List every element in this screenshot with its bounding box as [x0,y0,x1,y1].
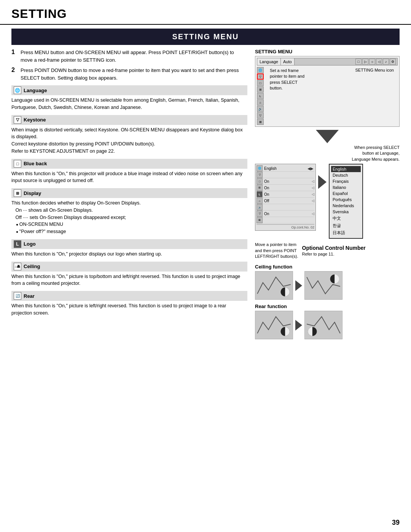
menu-icon-4: ◁ [376,59,382,65]
smr-label-8: On [263,212,311,216]
ceiling-function-images [255,271,400,300]
feature-blue-back-text: When this function is "On," this project… [11,170,247,185]
icon-row-3: □ [257,80,264,86]
keystone-icon: ▽ [14,116,21,124]
smr-row-4: ⊞ On ◁ [256,185,314,191]
bottom-annotation-row: Move a pointer to itemand then press POI… [255,242,400,259]
menu-icon-1: □ [355,59,362,65]
feature-blue-back: □ Blue back When this function is "On," … [11,159,247,185]
feature-keystone: ▽ Keystone When image is distorted verti… [11,115,247,155]
step-1-text: Press MENU button and ON-SCREEN MENU wil… [21,49,247,64]
smr-label-6: Off [263,199,311,203]
feature-keystone-label: Keystone [24,117,46,123]
menu-icon-6: ⚙ [390,59,396,65]
lang-english: English [331,166,361,172]
feature-ceiling: ⌂🖶 Ceiling When this function is "On," p… [11,262,247,288]
lang-portugues: Português [331,197,361,203]
smr-label-3: On [263,179,311,184]
callout-text-2: SETTING Menu icon [355,68,394,72]
lang-nederlands: Nederlands [331,203,361,209]
feature-display-header: ⊞ Display [11,188,247,198]
smr-arrow-8: ◁ [312,212,314,216]
step-2: 2 Press POINT DOWN button to move a red-… [11,67,247,81]
smr-icon-8: ▽ [256,211,263,217]
smr-english-value: ◀▶ [307,166,314,171]
language-menu-row: 🌐 English ◀▶ ▽ □ On ◁ ⊞ On ◁ [255,164,400,239]
arrow-down-container [255,130,400,143]
blue-back-icon: □ [14,160,21,168]
ceiling-function-title: Ceiling function [255,264,400,270]
ceiling-function-section: Ceiling function [255,264,400,300]
smr-label-5: On [263,192,311,197]
rear-function-section: Rear function [255,304,400,339]
icon-row-6: ⌂ [257,99,264,105]
icon-row-4: ⊞ [257,86,264,93]
op-cont-no: Op.cont.No. 02 [256,224,314,229]
left-column: 1 Press MENU button and ON-SCREEN MENU w… [11,49,247,342]
ceiling-icon: ⌂🖶 [14,263,21,270]
smr-arrow-6: ◁ [312,199,314,203]
language-dropdown: English Deutsch Français Italiano Españo… [329,164,363,239]
section-header: SETTING MENU [11,29,400,45]
lang-deutsch: Deutsch [331,172,361,178]
smr-icon-7: 🔊 [256,204,263,210]
feature-language-text: Language used in ON-SCREEN MENU is selec… [11,97,247,111]
ceiling-after-image [304,271,342,300]
smr-icon-5: L [256,191,263,197]
lang-japanese: 日本語 [331,229,361,236]
display-icon: ⊞ [14,189,21,197]
rear-icon: 🔄 [14,292,21,300]
lang-espanol: Español [331,190,361,197]
icon-row-2: ▽ [257,73,264,80]
smr-arrow-5: ◁ [312,192,314,196]
menu-diagram-body: 🌐 ▽ □ ⊞ L ⌂ 🔊 ▽ ⊠ Set a red framepointer… [257,66,398,125]
step-2-number: 2 [11,67,18,81]
ceiling-before-image [255,271,293,300]
feature-display-text: This function decides whether to display… [11,200,247,235]
icon-row-8: ▽ [257,112,264,118]
feature-rear-header: 🔄 Rear [11,291,247,301]
language-icon: 🌐 [14,86,21,94]
feature-rear-text: When this function is "On," picture is l… [11,302,247,317]
arrow-right-container [318,164,327,189]
arrow-down-icon [316,130,339,143]
feature-ceiling-label: Ceiling [24,264,40,269]
icon-row-9: ⊠ [257,119,264,125]
page-number: 39 [392,519,400,527]
setting-icons-column: 🌐 ▽ □ ⊞ L ⌂ 🔊 ▽ ⊠ [257,67,264,125]
step-2-text: Press POINT DOWN button to move a red-fr… [21,67,247,81]
feature-ceiling-header: ⌂🖶 Ceiling [11,262,247,272]
smr-globe-icon: 🌐 [256,165,263,171]
feature-language-header: 🌐 Language [11,85,247,95]
menu-bar-language: Language [257,58,281,65]
smr-row-9: ⊠ [256,217,314,224]
icon-row-7: 🔊 [257,106,264,112]
when-pressing-text: When pressing SELECTbutton at Language,L… [255,145,400,162]
icon-row-5: L [257,93,264,99]
feature-language: 🌐 Language Language used in ON-SCREEN ME… [11,85,247,111]
menu-bar: Language Auto □ ▷ ☼ ◁ ♪ ⚙ [257,58,398,66]
smr-icon-2: ▽ [256,172,263,178]
feature-logo-label: Logo [24,241,36,247]
smr-icon-4: ⊞ [256,185,263,191]
feature-rear: 🔄 Rear When this function is "On," pictu… [11,291,247,317]
feature-keystone-text: When image is distorted vertically, sele… [11,126,247,155]
menu-bar-icons: □ ▷ ☼ ◁ ♪ ⚙ [295,59,397,65]
smr-icon-6: ⌂ [256,198,263,204]
right-setting-menu-title: SETTING MENU [255,49,400,54]
lang-italiano: Italiano [331,184,361,190]
feature-keystone-header: ▽ Keystone [11,115,247,125]
top-menu-diagram: Language Auto □ ▷ ☼ ◁ ♪ ⚙ 🌐 ▽ □ ⊞ [255,56,400,127]
lang-dialog-box: English Deutsch Français Italiano Españo… [329,164,363,239]
arrow-right-icon [318,175,327,189]
step-1-number: 1 [11,49,18,64]
logo-icon: L [14,240,21,248]
feature-logo-text: When this function is "On," projector di… [11,251,247,258]
smr-arrow-4: ◁ [312,186,314,190]
callout-area: Set a red framepointer to item andpress … [264,66,398,125]
menu-bar-auto: Auto [281,58,295,65]
optional-control-label: Optional Control Number [302,245,366,251]
optional-control-section: Optional Control Number Refer to page 11… [302,245,366,257]
smr-arrow-3: ◁ [312,179,314,183]
smr-row-5: L On ◁ [256,191,314,198]
